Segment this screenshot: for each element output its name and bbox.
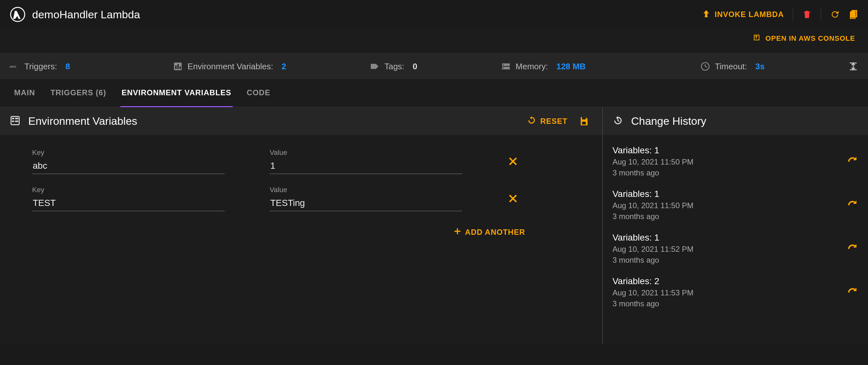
stat-tags-value[interactable]: 0 xyxy=(413,62,417,71)
header-actions: INVOKE LAMBDA xyxy=(702,8,858,21)
aws-icon: aws xyxy=(10,61,20,71)
stat-memory-value[interactable]: 128 MB xyxy=(556,62,586,71)
key-label: Key xyxy=(32,186,225,194)
reset-icon xyxy=(527,115,536,127)
history-item-ago: 3 months ago xyxy=(613,212,693,221)
svg-rect-6 xyxy=(175,65,177,69)
env-key-field: Key xyxy=(32,148,225,174)
svg-rect-15 xyxy=(12,118,14,119)
stat-triggers-value[interactable]: 8 xyxy=(65,62,70,71)
tab-main[interactable]: MAIN xyxy=(13,79,36,107)
env-variable-row: Key Value xyxy=(0,143,602,180)
clock-icon xyxy=(700,61,710,71)
tabs: MAIN TRIGGERS (6) ENVIRONMENT VARIABLES … xyxy=(0,79,868,107)
stats-bar: aws Triggers: 8 Environment Variables: 2… xyxy=(0,54,868,79)
history-item: Variables: 2 Aug 10, 2021 11:53 PM 3 mon… xyxy=(613,270,858,314)
stat-timeout: Timeout: 3s xyxy=(700,61,765,71)
save-button[interactable] xyxy=(579,116,589,127)
env-panel-header: Environment Variables RESET xyxy=(0,107,602,135)
refresh-button[interactable] xyxy=(830,10,840,19)
stat-triggers: aws Triggers: 8 xyxy=(10,61,70,71)
change-history-pane: Change History Variables: 1 Aug 10, 2021… xyxy=(603,107,868,344)
bar-chart-icon xyxy=(173,61,183,71)
stat-memory: Memory: 128 MB xyxy=(501,61,586,71)
history-item-title: Variables: 1 xyxy=(613,189,693,199)
svg-point-12 xyxy=(503,68,504,69)
content-area: Environment Variables RESET Key xyxy=(0,107,868,344)
tab-environment-variables[interactable]: ENVIRONMENT VARIABLES xyxy=(120,79,233,107)
history-icon xyxy=(613,115,623,127)
stat-envvars-value[interactable]: 2 xyxy=(281,62,286,71)
history-item-ago: 3 months ago xyxy=(613,168,693,177)
svg-rect-20 xyxy=(582,122,586,125)
env-value-field: Value xyxy=(270,186,462,211)
stat-tags: Tags: 0 xyxy=(370,61,417,71)
env-key-input[interactable] xyxy=(32,159,225,174)
divider xyxy=(821,8,821,21)
stat-envvars: Environment Variables: 2 xyxy=(173,61,286,71)
svg-rect-17 xyxy=(12,121,14,122)
history-item: Variables: 1 Aug 10, 2021 11:52 PM 3 mon… xyxy=(613,227,858,270)
memory-icon xyxy=(501,61,511,71)
history-item: Variables: 1 Aug 10, 2021 11:50 PM 3 mon… xyxy=(613,183,858,227)
add-another-button[interactable]: ADD ANOTHER xyxy=(453,227,525,238)
history-item-title: Variables: 2 xyxy=(613,276,693,287)
tag-icon xyxy=(370,61,380,71)
open-in-aws-console-button[interactable]: OPEN IN AWS CONSOLE xyxy=(752,33,855,44)
tab-code[interactable]: CODE xyxy=(246,79,272,107)
page-title: demoHandler Lambda xyxy=(32,8,140,21)
reset-button[interactable]: RESET xyxy=(527,115,567,127)
svg-rect-7 xyxy=(178,64,179,69)
env-variable-row: Key Value xyxy=(0,180,602,217)
history-item-date: Aug 10, 2021 11:50 PM xyxy=(613,201,693,210)
value-label: Value xyxy=(270,148,462,157)
tab-triggers[interactable]: TRIGGERS (6) xyxy=(49,79,107,107)
history-item-date: Aug 10, 2021 11:50 PM xyxy=(613,158,693,166)
history-item-title: Variables: 1 xyxy=(613,233,693,243)
delete-button[interactable] xyxy=(802,10,812,19)
stat-memory-label: Memory: xyxy=(516,62,548,71)
history-panel-title: Change History xyxy=(631,115,706,127)
restore-button[interactable] xyxy=(847,286,858,297)
history-item-title: Variables: 1 xyxy=(613,145,693,156)
history-item: Variables: 1 Aug 10, 2021 11:50 PM 3 mon… xyxy=(613,139,858,183)
stat-timeout-label: Timeout: xyxy=(715,62,747,71)
svg-rect-8 xyxy=(180,66,181,69)
svg-rect-19 xyxy=(582,117,586,119)
plus-icon xyxy=(453,227,462,238)
env-key-field: Key xyxy=(32,186,225,211)
open-console-label: OPEN IN AWS CONSOLE xyxy=(765,34,855,43)
add-label: ADD ANOTHER xyxy=(465,228,525,237)
history-list: Variables: 1 Aug 10, 2021 11:50 PM 3 mon… xyxy=(603,135,868,319)
invoke-label: INVOKE LAMBDA xyxy=(715,10,784,19)
restore-button[interactable] xyxy=(847,242,858,254)
restore-button[interactable] xyxy=(847,199,858,210)
env-value-input[interactable] xyxy=(270,159,462,174)
env-variable-list: Key Value Key Value xyxy=(0,135,602,238)
env-value-field: Value xyxy=(270,148,462,174)
remove-row-button[interactable] xyxy=(507,193,519,204)
restore-button[interactable] xyxy=(847,155,858,166)
stat-timeout-value[interactable]: 3s xyxy=(755,62,765,71)
svg-rect-16 xyxy=(15,118,18,119)
key-label: Key xyxy=(32,148,225,157)
expand-collapse-button[interactable] xyxy=(848,61,858,71)
env-key-input[interactable] xyxy=(32,196,225,211)
invoke-icon xyxy=(702,9,711,20)
history-item-date: Aug 10, 2021 11:52 PM xyxy=(613,245,693,254)
header-bar: demoHandler Lambda INVOKE LAMBDA xyxy=(0,0,868,29)
invoke-lambda-button[interactable]: INVOKE LAMBDA xyxy=(702,9,784,20)
svg-rect-1 xyxy=(705,16,708,17)
env-value-input[interactable] xyxy=(270,196,462,211)
docs-icon[interactable] xyxy=(849,10,858,19)
svg-rect-18 xyxy=(15,121,18,122)
remove-row-button[interactable] xyxy=(507,156,519,167)
history-item-ago: 3 months ago xyxy=(613,256,693,265)
stat-tags-label: Tags: xyxy=(384,62,404,71)
reset-label: RESET xyxy=(540,117,567,126)
open-external-icon xyxy=(752,33,761,44)
value-label: Value xyxy=(270,186,462,194)
history-item-ago: 3 months ago xyxy=(613,299,693,308)
header-left: demoHandler Lambda xyxy=(10,6,140,23)
stat-triggers-label: Triggers: xyxy=(24,62,57,71)
